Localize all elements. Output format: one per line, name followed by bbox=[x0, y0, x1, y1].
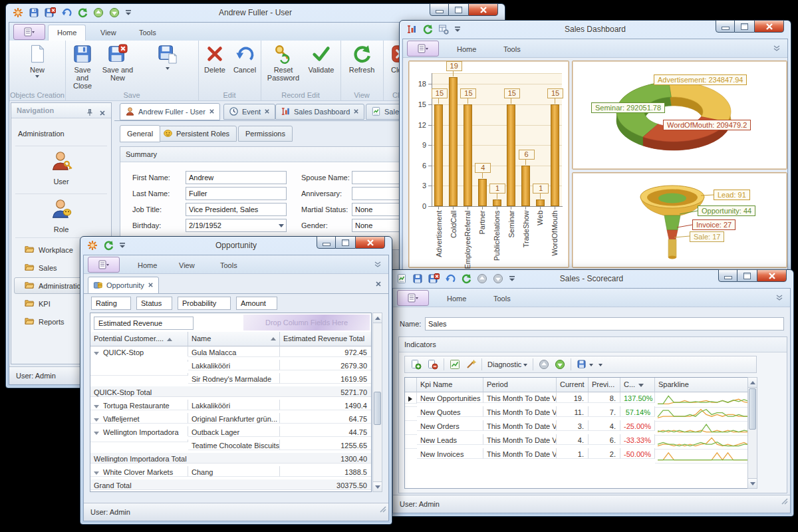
name-input[interactable] bbox=[425, 317, 784, 331]
date-dropdown-icon[interactable] bbox=[279, 224, 284, 227]
job-title-field[interactable] bbox=[186, 203, 287, 216]
tab-close-icon[interactable] bbox=[353, 108, 359, 116]
tab-close-icon[interactable] bbox=[148, 281, 154, 289]
move-down-button[interactable] bbox=[552, 358, 568, 371]
ribbon-tab-view[interactable]: View bbox=[170, 258, 203, 273]
minimize-button[interactable] bbox=[716, 20, 735, 33]
grid-vertical-scrollbar[interactable] bbox=[372, 313, 382, 492]
document-tab-sales-dashboard[interactable]: Sales Dashboard bbox=[275, 104, 364, 120]
titlebar[interactable]: Sales Dashboard bbox=[400, 21, 791, 39]
grid-row[interactable]: Teatime Chocolate Biscuits1255.65 bbox=[90, 440, 371, 453]
refresh-icon[interactable] bbox=[103, 240, 114, 251]
kpi-row-new-quotes[interactable]: New QuotesThis Month To Date V...11.7.57… bbox=[405, 406, 756, 420]
last-name-field[interactable] bbox=[186, 187, 287, 200]
application-menu-button[interactable] bbox=[13, 24, 45, 40]
ribbon-tab-tools[interactable]: Tools bbox=[485, 291, 519, 307]
diagnostic-dropdown[interactable]: Diagnostic bbox=[485, 359, 530, 370]
up-circle-icon[interactable] bbox=[477, 273, 487, 284]
kpi-row-new-invoices[interactable]: New InvoicesThis Month To Date V...1.2.-… bbox=[405, 448, 756, 462]
close-button[interactable] bbox=[468, 3, 498, 16]
chart-column-icon[interactable] bbox=[406, 24, 417, 35]
column-header-name[interactable]: Name bbox=[188, 332, 280, 346]
resize-grip[interactable] bbox=[378, 501, 386, 519]
column-header-change[interactable]: C... bbox=[620, 378, 655, 392]
ribbon-tab-home[interactable]: Home bbox=[129, 258, 166, 273]
ribbon-tab-tools[interactable]: Tools bbox=[130, 25, 165, 41]
save-icon[interactable] bbox=[412, 273, 423, 284]
drop-column-fields-zone[interactable]: Drop Column Fields Here bbox=[243, 315, 370, 331]
kpi-row-new-opportunities[interactable]: New OpportunitiesThis Month To Date V...… bbox=[405, 392, 756, 406]
scroll-up-icon[interactable] bbox=[373, 313, 382, 323]
column-header-estimated-revenue-total[interactable]: Estimated Revenue Total bbox=[280, 332, 371, 346]
column-header-kpi-name[interactable]: Kpi Name bbox=[417, 378, 483, 392]
ribbon-tab-tools[interactable]: Tools bbox=[495, 42, 529, 57]
titlebar[interactable]: Sales - Scorecard bbox=[390, 270, 793, 288]
grid-row[interactable]: White Clover MarketsChang1388.5 bbox=[90, 466, 371, 479]
group-field-status[interactable]: Status bbox=[136, 297, 172, 310]
close-panel-icon[interactable] bbox=[99, 106, 106, 121]
tab-general[interactable]: General bbox=[120, 125, 160, 142]
document-tab-opportunity[interactable]: Opportunity bbox=[88, 277, 159, 294]
settings-gear-icon[interactable] bbox=[87, 240, 98, 251]
save-and-close-button[interactable]: Save and New bbox=[98, 44, 137, 82]
maximize-button[interactable] bbox=[737, 269, 757, 282]
save-and-new-button[interactable] bbox=[140, 44, 196, 70]
refresh-button[interactable]: Refresh bbox=[344, 44, 379, 74]
save-and-close-icon[interactable] bbox=[428, 273, 440, 284]
grid-row[interactable]: Tortuga RestauranteLakkalikööri1490.4 bbox=[90, 400, 371, 413]
application-menu-button[interactable] bbox=[407, 41, 439, 57]
chart-settings-icon[interactable] bbox=[447, 358, 463, 371]
ribbon-tab-tools[interactable]: Tools bbox=[211, 258, 246, 273]
qat-more-icon[interactable] bbox=[119, 242, 126, 249]
scorecard-report-icon[interactable] bbox=[396, 273, 407, 284]
save-button[interactable]: Save and Close bbox=[68, 44, 97, 90]
grid-row[interactable]: Sir Rodney's Marmalade1619.95 bbox=[90, 373, 371, 386]
save-icon[interactable] bbox=[29, 7, 39, 18]
grid-row[interactable]: Lakkalikööri2679.30 bbox=[90, 360, 371, 373]
settings-gear-icon[interactable] bbox=[13, 7, 23, 18]
grid-total-row[interactable]: QUICK-Stop Total5271.70 bbox=[90, 386, 371, 400]
column-header-potential-customer[interactable]: Potential Customer.... bbox=[90, 332, 188, 346]
minimize-button[interactable] bbox=[430, 3, 449, 16]
resize-grip[interactable] bbox=[780, 493, 788, 511]
scroll-down-icon[interactable] bbox=[748, 478, 757, 488]
application-menu-button[interactable] bbox=[88, 257, 120, 273]
column-header-current[interactable]: Current bbox=[557, 378, 589, 392]
collapse-icon[interactable] bbox=[94, 471, 99, 475]
document-tab-andrew-fuller-user[interactable]: Andrew Fuller - User bbox=[120, 103, 220, 120]
new-button[interactable]: New bbox=[17, 44, 57, 78]
cancel-button[interactable]: Cancel bbox=[230, 44, 259, 74]
sidebar-item-role[interactable]: Role bbox=[11, 198, 111, 233]
maximize-button[interactable] bbox=[336, 236, 355, 249]
titlebar[interactable]: Andrew Fuller - User bbox=[6, 4, 505, 22]
tab-persistent-roles[interactable]: Persistent Roles bbox=[156, 126, 237, 142]
validate-button[interactable]: Validate bbox=[305, 44, 338, 74]
grid-total-row[interactable]: Grand Total30375.50 bbox=[90, 479, 371, 493]
ribbon-collapse-icon[interactable] bbox=[374, 261, 382, 269]
sidebar-item-user[interactable]: User bbox=[11, 150, 111, 186]
toolbar-overflow-icon[interactable] bbox=[596, 362, 605, 368]
collapse-icon[interactable] bbox=[94, 418, 99, 422]
tab-close-icon[interactable] bbox=[264, 108, 270, 116]
grid-total-row[interactable]: Wellington Importadora Total1300.40 bbox=[90, 453, 371, 466]
tab-permissions[interactable]: Permissions bbox=[238, 126, 293, 142]
collapse-icon[interactable] bbox=[94, 352, 99, 355]
birthday-field[interactable] bbox=[186, 219, 287, 232]
ribbon-tab-home[interactable]: Home bbox=[48, 25, 86, 41]
ribbon-tab-home[interactable]: Home bbox=[448, 42, 485, 57]
ribbon-tab-view[interactable]: View bbox=[92, 25, 125, 41]
refresh-icon[interactable] bbox=[77, 7, 88, 18]
group-field-probability[interactable]: Probability bbox=[178, 297, 231, 310]
up-circle-icon[interactable] bbox=[93, 7, 104, 18]
application-menu-button[interactable] bbox=[397, 290, 429, 306]
column-header-sparkline[interactable]: Sparkline bbox=[655, 378, 755, 392]
maximize-button[interactable] bbox=[449, 3, 468, 16]
maximize-button[interactable] bbox=[735, 20, 754, 33]
scroll-up-icon[interactable] bbox=[748, 378, 757, 388]
remove-indicator-button[interactable] bbox=[424, 358, 441, 371]
grid-row[interactable]: QUICK-StopGula Malacca972.45 bbox=[90, 346, 371, 360]
pin-icon[interactable] bbox=[86, 106, 94, 121]
reset-password-button[interactable]: Reset Password bbox=[263, 44, 303, 82]
qat-more-icon[interactable] bbox=[454, 26, 461, 33]
close-button[interactable] bbox=[754, 20, 784, 33]
